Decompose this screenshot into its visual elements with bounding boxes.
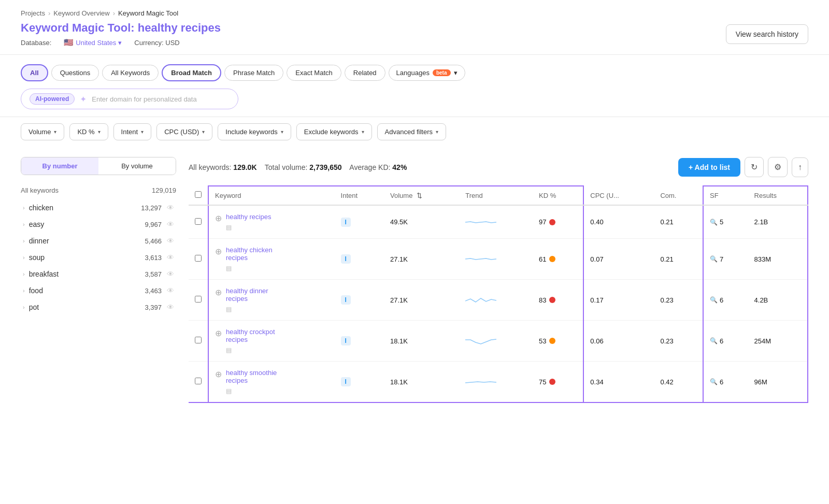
- eye-icon[interactable]: 👁: [167, 237, 174, 245]
- serp-icon: ▤: [226, 224, 232, 231]
- kw-content: healthy dinnerrecipes ▤: [226, 287, 268, 313]
- row-checkbox[interactable]: [195, 337, 202, 343]
- sidebar-item-dinner[interactable]: › dinner 5,466 👁: [21, 233, 176, 249]
- page-title-static: Keyword Magic Tool:: [21, 21, 135, 34]
- keyword-link[interactable]: healthy recipes: [226, 213, 271, 221]
- sidebar-item-chicken[interactable]: › chicken 13,297 👁: [21, 199, 176, 216]
- table-row: ⊕ healthy recipes ▤ I 49.5K 97 0.40 0.21: [189, 205, 808, 239]
- database-link[interactable]: 🇺🇸 United States ▾: [64, 38, 122, 47]
- keyword-link[interactable]: healthy crockpotrecipes: [226, 328, 275, 343]
- tab-all-keywords[interactable]: All Keywords: [102, 65, 159, 81]
- tabs-row: All Questions All Keywords Broad Match P…: [21, 64, 808, 81]
- add-keyword-icon[interactable]: ⊕: [215, 369, 222, 379]
- filter-intent[interactable]: Intent ▾: [113, 123, 152, 140]
- keyword-link[interactable]: healthy dinnerrecipes: [226, 287, 268, 303]
- refresh-button[interactable]: ↻: [745, 157, 764, 177]
- sf-cell: 🔍 6: [710, 337, 741, 345]
- filter-advanced[interactable]: Advanced filters ▾: [377, 123, 447, 140]
- sidebar-item-easy-count: 9,967: [145, 221, 162, 228]
- toggle-by-number[interactable]: By number: [21, 157, 98, 175]
- filter-kd[interactable]: KD % ▾: [69, 123, 108, 140]
- kw-content: healthy smoothierecipes ▤: [226, 369, 277, 395]
- sf-search-icon: 🔍: [710, 378, 718, 385]
- table-header-row: Keyword Intent Volume ⇅ Trend KD % CPC (…: [189, 186, 808, 205]
- td-volume: 18.1K: [384, 321, 459, 362]
- td-trend: [459, 362, 533, 403]
- sort-icon: ⇅: [417, 192, 422, 199]
- toggle-by-volume[interactable]: By volume: [98, 157, 176, 175]
- filter-cpc[interactable]: CPC (USD) ▾: [156, 123, 212, 140]
- td-cpc: 0.17: [583, 280, 654, 321]
- add-keyword-icon[interactable]: ⊕: [215, 247, 222, 256]
- ai-domain-input[interactable]: Enter domain for personalized data: [92, 95, 196, 103]
- database-label: Database:: [21, 39, 51, 47]
- eye-icon[interactable]: 👁: [167, 204, 174, 212]
- export-button[interactable]: ↑: [792, 157, 808, 177]
- ai-input-wrapper[interactable]: AI-powered ✦ Enter domain for personaliz…: [21, 89, 238, 109]
- breadcrumb-projects[interactable]: Projects: [21, 9, 45, 17]
- keyword-cell: ⊕ healthy crockpotrecipes ▤: [215, 328, 328, 354]
- tab-related[interactable]: Related: [345, 65, 385, 81]
- row-checkbox[interactable]: [195, 378, 202, 384]
- keyword-link[interactable]: healthy chickenrecipes: [226, 246, 273, 262]
- keyword-link[interactable]: healthy smoothierecipes: [226, 369, 277, 384]
- row-checkbox[interactable]: [195, 296, 202, 303]
- th-com: Com.: [654, 186, 703, 205]
- sf-value: 6: [720, 296, 723, 304]
- view-history-button[interactable]: View search history: [726, 24, 808, 44]
- th-results: Results: [748, 186, 808, 205]
- tab-broad-match[interactable]: Broad Match: [162, 64, 221, 81]
- tab-exact-match[interactable]: Exact Match: [287, 65, 341, 81]
- tab-questions[interactable]: Questions: [51, 65, 99, 81]
- languages-chevron-icon: ▾: [454, 69, 458, 77]
- chevron-down-icon[interactable]: ▾: [118, 39, 122, 47]
- eye-icon[interactable]: 👁: [167, 303, 174, 311]
- keyword-cell: ⊕ healthy dinnerrecipes ▤: [215, 287, 328, 313]
- add-to-list-button[interactable]: + Add to list: [678, 158, 740, 177]
- td-cpc: 0.06: [583, 321, 654, 362]
- add-keyword-icon[interactable]: ⊕: [215, 213, 222, 223]
- sidebar-item-breakfast[interactable]: › breakfast 3,587 👁: [21, 266, 176, 282]
- kd-dot-icon: [549, 219, 555, 225]
- td-kd: 75: [533, 362, 583, 403]
- tab-languages[interactable]: Languages beta ▾: [389, 65, 465, 81]
- td-checkbox: [189, 205, 208, 239]
- tab-all[interactable]: All: [21, 64, 48, 81]
- filter-volume[interactable]: Volume ▾: [21, 123, 64, 140]
- chevron-right-icon: ›: [23, 287, 25, 294]
- sf-cell: 🔍 6: [710, 296, 741, 304]
- chevron-down-icon: ▾: [362, 129, 364, 135]
- filter-include[interactable]: Include keywords ▾: [218, 123, 291, 140]
- row-checkbox[interactable]: [195, 255, 202, 262]
- sidebar: By number By volume All keywords 129,019…: [21, 157, 176, 403]
- row-checkbox[interactable]: [195, 218, 202, 225]
- add-keyword-icon[interactable]: ⊕: [215, 328, 222, 338]
- table-highlight-wrapper: Keyword Intent Volume ⇅ Trend KD % CPC (…: [189, 185, 808, 403]
- intent-badge: I: [341, 377, 351, 386]
- settings-button[interactable]: ⚙: [768, 157, 788, 177]
- filter-exclude[interactable]: Exclude keywords ▾: [296, 123, 372, 140]
- eye-icon[interactable]: 👁: [167, 286, 174, 295]
- th-volume[interactable]: Volume ⇅: [384, 186, 459, 205]
- td-trend: [459, 280, 533, 321]
- sidebar-item-chicken-count: 13,297: [141, 204, 162, 212]
- breadcrumb-keyword-overview[interactable]: Keyword Overview: [53, 9, 109, 17]
- sidebar-item-easy[interactable]: › easy 9,967 👁: [21, 216, 176, 233]
- chevron-down-icon: ▾: [54, 129, 56, 135]
- eye-icon[interactable]: 👁: [167, 253, 174, 262]
- table-row: ⊕ healthy chickenrecipes ▤ I 27.1K 61 0.…: [189, 239, 808, 280]
- sidebar-item-soup[interactable]: › soup 3,613 👁: [21, 249, 176, 266]
- eye-icon[interactable]: 👁: [167, 270, 174, 278]
- add-keyword-icon[interactable]: ⊕: [215, 287, 222, 297]
- serp-icon: ▤: [226, 265, 232, 272]
- sidebar-item-food[interactable]: › food 3,463 👁: [21, 282, 176, 299]
- filter-advanced-label: Advanced filters: [385, 128, 433, 136]
- tab-phrase-match[interactable]: Phrase Match: [224, 65, 283, 81]
- select-all-checkbox[interactable]: [195, 191, 202, 198]
- kd-dot-icon: [549, 379, 555, 385]
- total-volume-value: 2,739,650: [309, 163, 341, 171]
- sidebar-item-pot[interactable]: › pot 3,397 👁: [21, 299, 176, 315]
- sidebar-item-food-count: 3,463: [145, 287, 162, 295]
- chevron-down-icon: ▾: [98, 129, 101, 135]
- eye-icon[interactable]: 👁: [167, 220, 174, 228]
